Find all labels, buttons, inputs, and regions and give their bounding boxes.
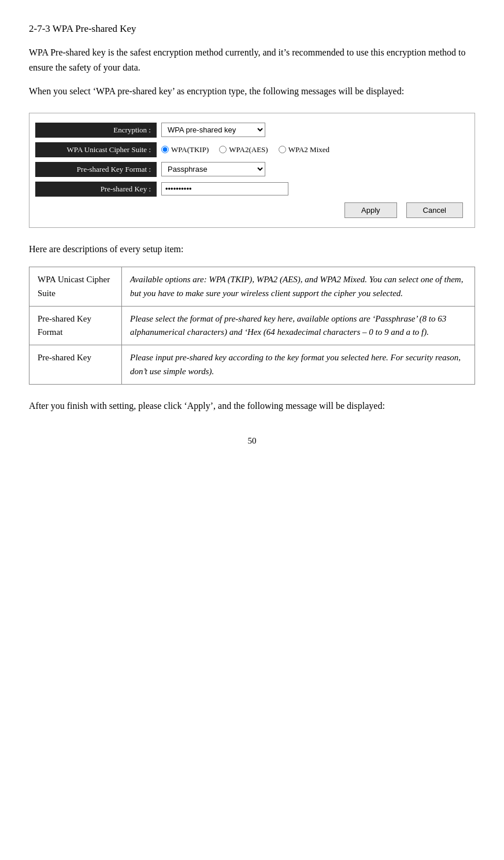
- encryption-label: Encryption :: [35, 123, 157, 138]
- cancel-button[interactable]: Cancel: [406, 202, 463, 218]
- table-row-key: Pre-shared Key Please input pre-shared k…: [29, 345, 475, 385]
- key-label: Pre-shared Key :: [35, 182, 157, 197]
- button-row: Apply Cancel: [35, 202, 469, 218]
- format-select[interactable]: Passphrase: [161, 162, 265, 176]
- desc-key: Please input pre-shared key according to…: [122, 345, 475, 385]
- term-format: Pre-shared Key Format: [29, 306, 122, 345]
- intro-para1: WPA Pre-shared key is the safest encrypt…: [29, 45, 475, 75]
- table-row-format: Pre-shared Key Format Please select the …: [29, 306, 475, 345]
- format-label: Pre-shared Key Format :: [35, 162, 157, 177]
- description-table: WPA Unicast Cipher Suite Available optio…: [29, 267, 475, 385]
- section-heading: 2-7-3 WPA Pre-shared Key: [29, 23, 475, 35]
- cipher-row: WPA Unicast Cipher Suite : WPA(TKIP) WPA…: [35, 142, 469, 157]
- intro-para2: When you select ‘WPA pre-shared key’ as …: [29, 84, 475, 99]
- ui-screenshot-box: Encryption : WPA pre-shared key WPA Unic…: [29, 113, 475, 228]
- cipher-radio-mixed[interactable]: [279, 146, 286, 153]
- cipher-option-mixed[interactable]: WPA2 Mixed: [279, 145, 329, 154]
- cipher-option-tkip[interactable]: WPA(TKIP): [161, 145, 209, 154]
- key-control: [161, 182, 469, 195]
- apply-button[interactable]: Apply: [344, 202, 397, 218]
- encryption-select[interactable]: WPA pre-shared key: [161, 123, 265, 137]
- cipher-label-tkip: WPA(TKIP): [171, 145, 209, 154]
- cipher-radio-tkip[interactable]: [161, 146, 169, 153]
- table-row-cipher: WPA Unicast Cipher Suite Available optio…: [29, 267, 475, 307]
- outro-para: After you finish with setting, please cl…: [29, 398, 475, 414]
- cipher-radio-aes[interactable]: [219, 146, 227, 153]
- term-key: Pre-shared Key: [29, 345, 122, 385]
- format-control: Passphrase: [161, 162, 469, 176]
- key-input[interactable]: [161, 182, 288, 195]
- cipher-control: WPA(TKIP) WPA2(AES) WPA2 Mixed: [161, 145, 469, 154]
- page-number: 50: [29, 436, 475, 446]
- encryption-row: Encryption : WPA pre-shared key: [35, 123, 469, 138]
- cipher-label: WPA Unicast Cipher Suite :: [35, 142, 157, 157]
- cipher-radio-group: WPA(TKIP) WPA2(AES) WPA2 Mixed: [161, 145, 469, 154]
- term-cipher: WPA Unicast Cipher Suite: [29, 267, 122, 307]
- encryption-control: WPA pre-shared key: [161, 123, 469, 137]
- format-row: Pre-shared Key Format : Passphrase: [35, 162, 469, 177]
- key-row: Pre-shared Key :: [35, 182, 469, 197]
- desc-intro: Here are descriptions of every setup ite…: [29, 242, 475, 257]
- cipher-label-mixed: WPA2 Mixed: [288, 145, 329, 154]
- desc-format: Please select the format of pre-shared k…: [122, 306, 475, 345]
- cipher-label-aes: WPA2(AES): [229, 145, 268, 154]
- desc-cipher: Available options are: WPA (TKIP), WPA2 …: [122, 267, 475, 307]
- cipher-option-aes[interactable]: WPA2(AES): [219, 145, 268, 154]
